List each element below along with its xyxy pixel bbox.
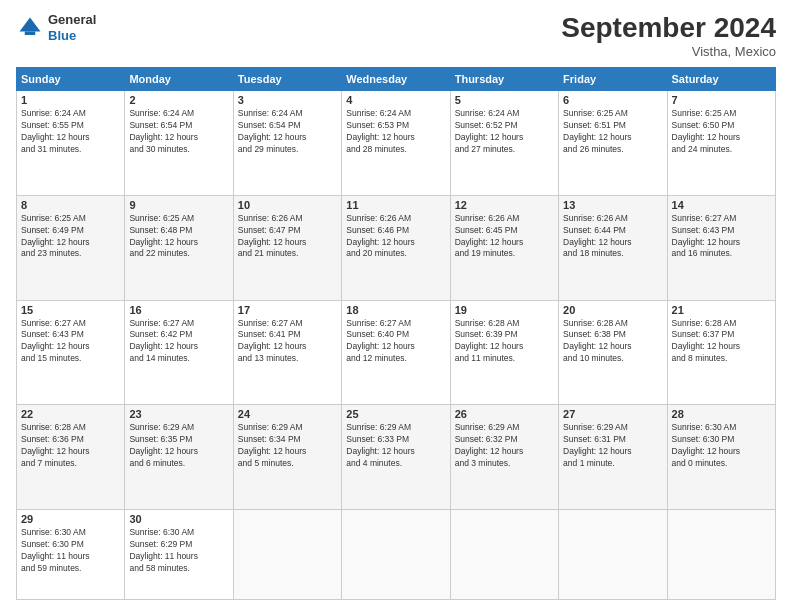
logo-blue: Blue [48, 28, 96, 44]
svg-rect-1 [25, 31, 36, 35]
day-22: 22 Sunrise: 6:28 AMSunset: 6:36 PMDaylig… [17, 405, 125, 510]
day-7: 7 Sunrise: 6:25 AMSunset: 6:50 PMDayligh… [667, 91, 775, 196]
week-1: 1 Sunrise: 6:24 AMSunset: 6:55 PMDayligh… [17, 91, 776, 196]
day-28: 28 Sunrise: 6:30 AMSunset: 6:30 PMDaylig… [667, 405, 775, 510]
day-30: 30 Sunrise: 6:30 AMSunset: 6:29 PMDaylig… [125, 510, 233, 600]
empty-cell-2 [342, 510, 450, 600]
day-10: 10 Sunrise: 6:26 AMSunset: 6:47 PMDaylig… [233, 195, 341, 300]
week-5: 29 Sunrise: 6:30 AMSunset: 6:30 PMDaylig… [17, 510, 776, 600]
logo-general: General [48, 12, 96, 28]
empty-cell-4 [559, 510, 667, 600]
day-18: 18 Sunrise: 6:27 AMSunset: 6:40 PMDaylig… [342, 300, 450, 405]
day-12: 12 Sunrise: 6:26 AMSunset: 6:45 PMDaylig… [450, 195, 558, 300]
day-26: 26 Sunrise: 6:29 AMSunset: 6:32 PMDaylig… [450, 405, 558, 510]
day-1: 1 Sunrise: 6:24 AMSunset: 6:55 PMDayligh… [17, 91, 125, 196]
day-29: 29 Sunrise: 6:30 AMSunset: 6:30 PMDaylig… [17, 510, 125, 600]
week-2: 8 Sunrise: 6:25 AMSunset: 6:49 PMDayligh… [17, 195, 776, 300]
day-6: 6 Sunrise: 6:25 AMSunset: 6:51 PMDayligh… [559, 91, 667, 196]
day-19: 19 Sunrise: 6:28 AMSunset: 6:39 PMDaylig… [450, 300, 558, 405]
week-3: 15 Sunrise: 6:27 AMSunset: 6:43 PMDaylig… [17, 300, 776, 405]
weekday-header-row: Sunday Monday Tuesday Wednesday Thursday… [17, 68, 776, 91]
header-thursday: Thursday [450, 68, 558, 91]
logo-icon [16, 14, 44, 42]
day-13: 13 Sunrise: 6:26 AMSunset: 6:44 PMDaylig… [559, 195, 667, 300]
day-4: 4 Sunrise: 6:24 AMSunset: 6:53 PMDayligh… [342, 91, 450, 196]
day-20: 20 Sunrise: 6:28 AMSunset: 6:38 PMDaylig… [559, 300, 667, 405]
page: General Blue September 2024 Vistha, Mexi… [0, 0, 792, 612]
empty-cell-3 [450, 510, 558, 600]
day-24: 24 Sunrise: 6:29 AMSunset: 6:34 PMDaylig… [233, 405, 341, 510]
day-25: 25 Sunrise: 6:29 AMSunset: 6:33 PMDaylig… [342, 405, 450, 510]
day-5: 5 Sunrise: 6:24 AMSunset: 6:52 PMDayligh… [450, 91, 558, 196]
header-friday: Friday [559, 68, 667, 91]
day-27: 27 Sunrise: 6:29 AMSunset: 6:31 PMDaylig… [559, 405, 667, 510]
day-23: 23 Sunrise: 6:29 AMSunset: 6:35 PMDaylig… [125, 405, 233, 510]
day-11: 11 Sunrise: 6:26 AMSunset: 6:46 PMDaylig… [342, 195, 450, 300]
empty-cell-5 [667, 510, 775, 600]
header-saturday: Saturday [667, 68, 775, 91]
day-21: 21 Sunrise: 6:28 AMSunset: 6:37 PMDaylig… [667, 300, 775, 405]
location: Vistha, Mexico [561, 44, 776, 59]
day-9: 9 Sunrise: 6:25 AMSunset: 6:48 PMDayligh… [125, 195, 233, 300]
day-3: 3 Sunrise: 6:24 AMSunset: 6:54 PMDayligh… [233, 91, 341, 196]
month-title: September 2024 [561, 12, 776, 44]
logo-text: General Blue [48, 12, 96, 43]
title-section: September 2024 Vistha, Mexico [561, 12, 776, 59]
logo: General Blue [16, 12, 96, 43]
svg-marker-0 [20, 17, 41, 31]
header-sunday: Sunday [17, 68, 125, 91]
header-monday: Monday [125, 68, 233, 91]
day-14: 14 Sunrise: 6:27 AMSunset: 6:43 PMDaylig… [667, 195, 775, 300]
header-tuesday: Tuesday [233, 68, 341, 91]
calendar-table: Sunday Monday Tuesday Wednesday Thursday… [16, 67, 776, 600]
empty-cell-1 [233, 510, 341, 600]
day-8: 8 Sunrise: 6:25 AMSunset: 6:49 PMDayligh… [17, 195, 125, 300]
header-wednesday: Wednesday [342, 68, 450, 91]
day-17: 17 Sunrise: 6:27 AMSunset: 6:41 PMDaylig… [233, 300, 341, 405]
header: General Blue September 2024 Vistha, Mexi… [16, 12, 776, 59]
day-15: 15 Sunrise: 6:27 AMSunset: 6:43 PMDaylig… [17, 300, 125, 405]
day-16: 16 Sunrise: 6:27 AMSunset: 6:42 PMDaylig… [125, 300, 233, 405]
day-2: 2 Sunrise: 6:24 AMSunset: 6:54 PMDayligh… [125, 91, 233, 196]
week-4: 22 Sunrise: 6:28 AMSunset: 6:36 PMDaylig… [17, 405, 776, 510]
